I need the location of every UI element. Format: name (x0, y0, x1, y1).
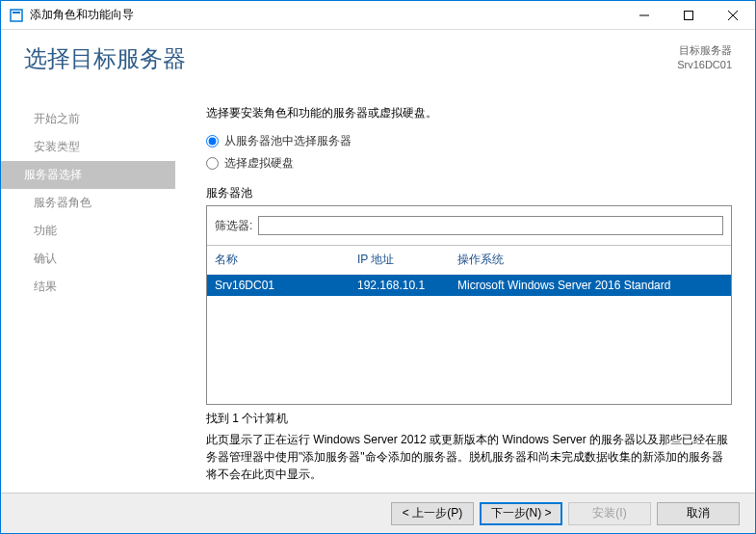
radio-server-pool-label: 从服务器池中选择服务器 (224, 133, 352, 149)
cancel-button[interactable]: 取消 (657, 502, 740, 525)
sidebar-item-installation-type[interactable]: 安装类型 (1, 133, 189, 161)
page-description: 此页显示了正在运行 Windows Server 2012 或更新版本的 Win… (206, 431, 732, 483)
column-ip[interactable]: IP 地址 (357, 252, 457, 268)
window-title: 添加角色和功能向导 (30, 7, 622, 23)
wizard-footer: < 上一步(P) 下一步(N) > 安装(I) 取消 (1, 493, 755, 533)
minimize-button[interactable] (622, 1, 666, 30)
instruction-text: 选择要安装角色和功能的服务器或虚拟硬盘。 (206, 105, 732, 121)
install-button: 安装(I) (568, 502, 651, 525)
filter-input[interactable] (258, 216, 723, 235)
server-row[interactable]: Srv16DC01 192.168.10.1 Microsoft Windows… (207, 275, 731, 296)
app-icon (9, 8, 24, 23)
svg-rect-3 (685, 11, 693, 19)
filter-label: 筛选器: (215, 218, 252, 234)
destination-value: Srv16DC01 (677, 58, 732, 72)
maximize-button[interactable] (666, 1, 711, 30)
server-pool-box: 筛选器: 名称 IP 地址 操作系统 Srv16DC01 192.168.10.… (206, 205, 732, 405)
radio-vhd[interactable] (206, 157, 219, 170)
next-button[interactable]: 下一步(N) > (480, 502, 562, 525)
destination-label: 目标服务器 (677, 43, 732, 58)
close-button[interactable] (711, 1, 755, 30)
page-title: 选择目标服务器 (24, 43, 186, 74)
sidebar-item-confirmation[interactable]: 确认 (1, 245, 189, 273)
server-name: Srv16DC01 (215, 279, 357, 292)
wizard-header: 选择目标服务器 目标服务器 Srv16DC01 (1, 30, 755, 92)
server-pool-label: 服务器池 (206, 185, 732, 201)
column-headers: 名称 IP 地址 操作系统 (207, 246, 731, 275)
svg-rect-1 (13, 12, 20, 13)
sidebar-item-server-roles[interactable]: 服务器角色 (1, 189, 189, 217)
radio-server-pool[interactable] (206, 135, 219, 147)
sidebar-item-features[interactable]: 功能 (1, 217, 189, 245)
wizard-sidebar: 开始之前 安装类型 服务器选择 服务器角色 功能 确认 结果 (1, 92, 189, 489)
wizard-content: 选择要安装角色和功能的服务器或虚拟硬盘。 从服务器池中选择服务器 选择虚拟硬盘 … (189, 92, 755, 489)
svg-rect-0 (11, 10, 22, 21)
column-os[interactable]: 操作系统 (457, 252, 723, 268)
sidebar-item-before-you-begin[interactable]: 开始之前 (1, 105, 189, 133)
found-count: 找到 1 个计算机 (206, 411, 732, 427)
column-name[interactable]: 名称 (215, 252, 357, 268)
server-ip: 192.168.10.1 (357, 279, 457, 292)
sidebar-item-server-selection[interactable]: 服务器选择 (1, 161, 175, 189)
previous-button[interactable]: < 上一步(P) (391, 502, 474, 525)
list-empty-space (207, 296, 731, 404)
sidebar-item-results[interactable]: 结果 (1, 273, 189, 301)
server-os: Microsoft Windows Server 2016 Standard (457, 279, 723, 292)
titlebar: 添加角色和功能向导 (1, 1, 755, 30)
radio-vhd-label: 选择虚拟硬盘 (224, 155, 294, 172)
destination-info: 目标服务器 Srv16DC01 (677, 43, 732, 73)
